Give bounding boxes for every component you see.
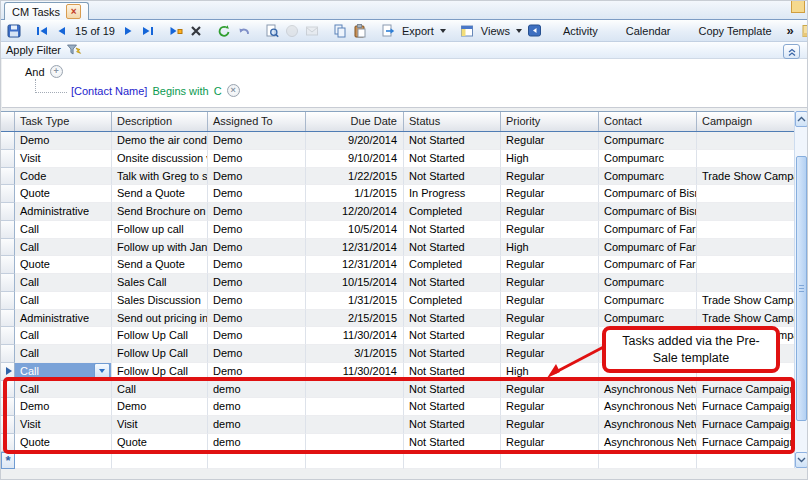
grid-cell[interactable] (501, 452, 599, 470)
row-selector[interactable] (1, 239, 15, 257)
grid-cell[interactable]: Compumarc of Fargo (599, 221, 697, 239)
grid-cell[interactable]: Compumarc (599, 292, 697, 310)
grid-cell[interactable]: Completed (404, 256, 501, 274)
select-all-header[interactable] (1, 112, 15, 131)
grid-cell[interactable]: Regular (501, 345, 599, 363)
grid-cell[interactable]: 1/31/2015 (306, 292, 404, 310)
grid-cell[interactable]: Follow up call (112, 221, 208, 239)
grid-cell[interactable]: High (501, 363, 599, 381)
grid-cell[interactable]: Regular (501, 434, 599, 452)
grid-cell[interactable]: Demo (208, 310, 306, 328)
grid-cell[interactable]: Visit (15, 416, 112, 434)
row-selector[interactable] (1, 185, 15, 203)
row-selector[interactable] (1, 381, 15, 399)
grid-cell[interactable]: 9/20/2014 (306, 132, 404, 150)
grid-cell[interactable]: Not Started (404, 274, 501, 292)
export-dropdown-caret-icon[interactable] (440, 29, 446, 36)
grid-cell[interactable]: demo (208, 416, 306, 434)
column-header-campaign[interactable]: Campaign (697, 112, 796, 131)
grid-cell[interactable]: 2/15/2015 (306, 310, 404, 328)
navigate-panel-button[interactable] (526, 22, 544, 40)
grid-cell[interactable]: Demo (208, 256, 306, 274)
first-record-button[interactable] (33, 22, 51, 40)
grid-cell[interactable]: Not Started (404, 168, 501, 186)
grid-cell[interactable]: Regular (501, 327, 599, 345)
grid-cell[interactable]: Not Started (404, 150, 501, 168)
activity-button[interactable]: Activity (554, 22, 607, 40)
views-label[interactable]: Views (478, 25, 513, 37)
grid-cell[interactable]: Onsite discussion visit (112, 150, 208, 168)
grid-cell[interactable]: Compumarc of Bism... (599, 203, 697, 221)
row-selector[interactable] (1, 274, 15, 292)
grid-cell[interactable]: Demo (208, 185, 306, 203)
grid-cell[interactable]: 12/20/2014 (306, 203, 404, 221)
row-selector[interactable] (1, 132, 15, 150)
current-row-indicator[interactable] (1, 363, 15, 381)
grid-cell[interactable] (697, 452, 796, 470)
grid-cell[interactable]: Call (15, 345, 112, 363)
remove-condition-icon[interactable]: × (227, 84, 240, 97)
row-selector[interactable] (1, 434, 15, 452)
table-row[interactable]: CallFollow up with JaneDemo12/31/2014Not… (1, 239, 796, 257)
email-button[interactable] (303, 22, 321, 40)
grid-cell[interactable]: Call (15, 327, 112, 345)
grid-cell[interactable]: Demo (112, 398, 208, 416)
toolbar-overflow-button[interactable]: » (783, 23, 798, 38)
table-row[interactable]: QuoteQuotedemoNot StartedRegularAsynchro… (1, 434, 796, 452)
new-row-selector[interactable]: * (1, 452, 15, 470)
grid-cell[interactable]: 9/10/2014 (306, 150, 404, 168)
grid-cell[interactable]: Demo (208, 274, 306, 292)
grid-cell[interactable]: Quote (15, 434, 112, 452)
grid-cell[interactable]: Regular (501, 168, 599, 186)
grid-cell[interactable]: 11/30/2014 (306, 363, 404, 381)
grid-cell[interactable]: Not Started (404, 434, 501, 452)
grid-cell[interactable] (697, 274, 796, 292)
export-button[interactable] (379, 22, 397, 40)
grid-cell[interactable]: Regular (501, 381, 599, 399)
views-dropdown-caret-icon[interactable] (516, 29, 522, 36)
grid-cell[interactable] (404, 452, 501, 470)
copy-button[interactable] (331, 22, 349, 40)
task-type-combobox[interactable]: Call (15, 363, 112, 381)
grid-cell[interactable] (306, 416, 404, 434)
filter-conjunction[interactable]: And (25, 66, 45, 78)
grid-cell[interactable]: 1/1/2015 (306, 185, 404, 203)
new-row[interactable]: * (1, 452, 796, 470)
filter-collapse-button[interactable] (783, 44, 800, 59)
row-selector[interactable] (1, 150, 15, 168)
grid-cell[interactable]: Regular (501, 203, 599, 221)
column-header-task-type[interactable]: Task Type (15, 112, 112, 131)
grid-cell[interactable]: demo (208, 381, 306, 399)
column-header-assigned-to[interactable]: Assigned To (208, 112, 306, 131)
grid-cell[interactable] (306, 434, 404, 452)
grid-cell[interactable]: Not Started (404, 345, 501, 363)
refresh-button[interactable] (215, 22, 233, 40)
grid-cell[interactable]: Furnace Campaign (697, 434, 796, 452)
grid-cell[interactable]: Demo (15, 398, 112, 416)
grid-cell[interactable]: High (501, 239, 599, 257)
grid-cell[interactable]: Demo (208, 132, 306, 150)
table-row[interactable]: QuoteSend a QuoteDemo1/1/2015In Progress… (1, 185, 796, 203)
grid-cell[interactable]: Regular (501, 221, 599, 239)
grid-cell[interactable]: Follow Up Call (112, 345, 208, 363)
grid-cell[interactable]: Send Brochure on u... (112, 203, 208, 221)
row-selector[interactable] (1, 416, 15, 434)
export-label[interactable]: Export (399, 25, 437, 37)
grid-cell[interactable]: Visit (112, 416, 208, 434)
grid-cell[interactable]: Follow up with Jane (112, 239, 208, 257)
combo-dropdown-button[interactable] (94, 363, 110, 379)
new-record-button[interactable] (167, 22, 185, 40)
table-row[interactable]: AdministrativeSend out pricing info...De… (1, 310, 796, 328)
grid-cell[interactable]: Trade Show Campaign (697, 310, 796, 328)
column-header-due-date[interactable]: Due Date (306, 112, 404, 131)
grid-cell[interactable]: 12/31/2014 (306, 239, 404, 257)
grid-cell[interactable]: Asynchronous Netw... (599, 416, 697, 434)
grid-cell[interactable]: Demo (208, 239, 306, 257)
views-button[interactable] (458, 22, 476, 40)
grid-cell[interactable]: Demo (208, 221, 306, 239)
grid-cell[interactable]: Quote (15, 256, 112, 274)
grid-cell[interactable]: 11/30/2014 (306, 327, 404, 345)
grid-cell[interactable] (112, 452, 208, 470)
grid-cell[interactable]: Demo (208, 327, 306, 345)
grid-cell[interactable] (306, 452, 404, 470)
